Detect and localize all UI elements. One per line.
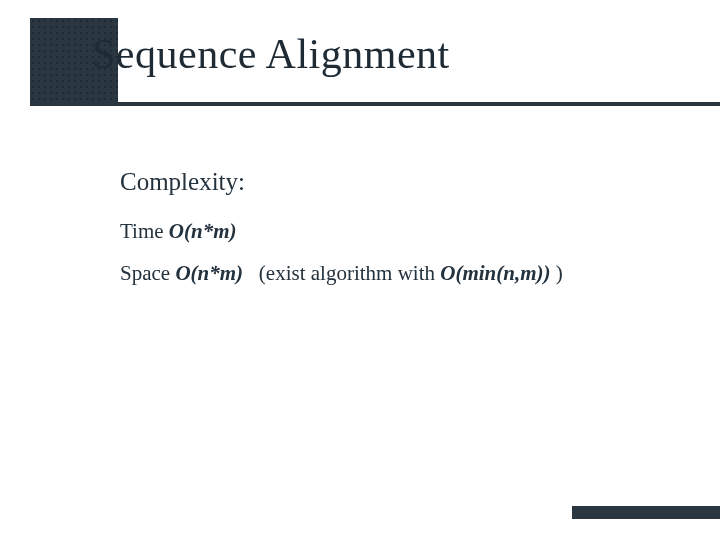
slide: Sequence Alignment Complexity: Time O(n*…: [0, 0, 720, 540]
time-label: Time: [120, 219, 169, 243]
decorative-footer-bar: [572, 506, 720, 519]
space-big-o: O(n*m): [175, 261, 243, 285]
space-complexity-line: Space O(n*m) (exist algorithm with O(min…: [120, 259, 660, 287]
space-note-big-o: O(min(n,m)): [440, 261, 550, 285]
complexity-heading: Complexity:: [120, 165, 660, 199]
space-label: Space: [120, 261, 175, 285]
space-note-prefix: (exist algorithm with: [243, 261, 440, 285]
slide-body: Complexity: Time O(n*m) Space O(n*m) (ex…: [120, 165, 660, 301]
time-big-o: O(n*m): [169, 219, 237, 243]
time-complexity-line: Time O(n*m): [120, 217, 660, 245]
title-underline: [30, 102, 720, 106]
space-note-suffix: ): [550, 261, 562, 285]
slide-title: Sequence Alignment: [92, 30, 450, 78]
